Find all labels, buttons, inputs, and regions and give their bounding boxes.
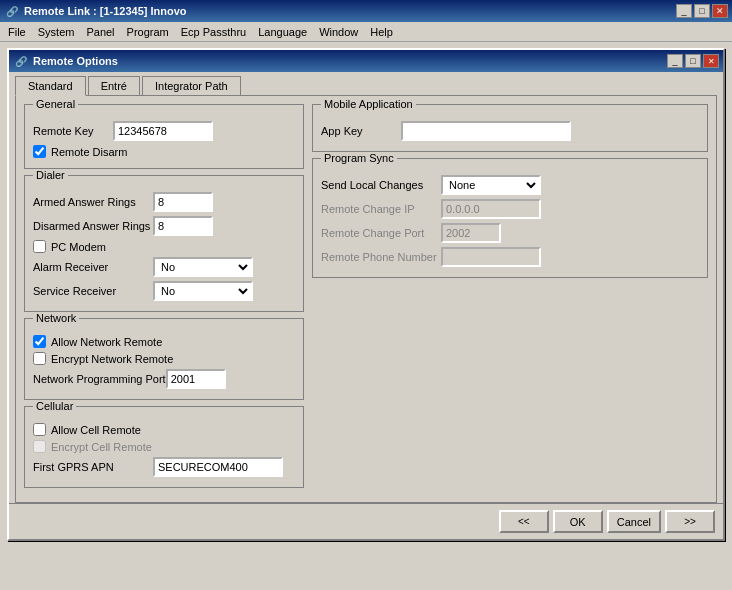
menu-ecp-passthru[interactable]: Ecp Passthru	[175, 24, 252, 40]
pc-modem-row: PC Modem	[33, 240, 295, 253]
prev-button[interactable]: <<	[499, 510, 549, 533]
alarm-receiver-select[interactable]: No Yes	[153, 257, 253, 277]
menu-window[interactable]: Window	[313, 24, 364, 40]
allow-cell-remote-label: Allow Cell Remote	[51, 424, 141, 436]
disarmed-answer-rings-input[interactable]	[153, 216, 213, 236]
allow-network-remote-label: Allow Network Remote	[51, 336, 162, 348]
general-content: Remote Key Remote Disarm	[33, 121, 295, 158]
allow-network-remote-row: Allow Network Remote	[33, 335, 295, 348]
title-bar-text: Remote Link : [1-12345] Innovo	[24, 5, 676, 17]
disarmed-answer-rings-label: Disarmed Answer Rings	[33, 220, 153, 232]
next-button[interactable]: >>	[665, 510, 715, 533]
menu-file[interactable]: File	[2, 24, 32, 40]
remote-phone-number-label: Remote Phone Number	[321, 251, 441, 263]
dialog-close-button[interactable]: ✕	[703, 54, 719, 68]
pc-modem-checkbox[interactable]	[33, 240, 46, 253]
program-sync-content: Send Local Changes None Always On Connec…	[321, 175, 699, 267]
allow-network-remote-checkbox[interactable]	[33, 335, 46, 348]
dialog-title: Remote Options	[33, 55, 667, 67]
mobile-application-content: App Key	[321, 121, 699, 141]
tab-content: General Remote Key Remote Disarm	[15, 95, 717, 503]
tab-entre[interactable]: Entré	[88, 76, 140, 95]
first-gprs-apn-input[interactable]	[153, 457, 283, 477]
tab-integrator-path[interactable]: Integrator Path	[142, 76, 241, 95]
menu-help[interactable]: Help	[364, 24, 399, 40]
dialog-maximize-button[interactable]: □	[685, 54, 701, 68]
network-legend: Network	[33, 312, 79, 324]
encrypt-network-remote-label: Encrypt Network Remote	[51, 353, 173, 365]
network-content: Allow Network Remote Encrypt Network Rem…	[33, 335, 295, 389]
remote-disarm-label: Remote Disarm	[51, 146, 127, 158]
app-key-label: App Key	[321, 125, 401, 137]
menu-bar: File System Panel Program Ecp Passthru L…	[0, 22, 732, 42]
remote-change-ip-label: Remote Change IP	[321, 203, 441, 215]
send-local-changes-row: Send Local Changes None Always On Connec…	[321, 175, 699, 195]
cellular-content: Allow Cell Remote Encrypt Cell Remote Fi…	[33, 423, 295, 477]
remote-change-ip-input[interactable]	[441, 199, 541, 219]
app-key-input[interactable]	[401, 121, 571, 141]
send-local-changes-select[interactable]: None Always On Connect	[441, 175, 541, 195]
cellular-legend: Cellular	[33, 400, 76, 412]
menu-language[interactable]: Language	[252, 24, 313, 40]
program-sync-group: Program Sync Send Local Changes None Alw…	[312, 158, 708, 278]
dialog-title-bar: 🔗 Remote Options _ □ ✕	[9, 50, 723, 72]
first-gprs-apn-label: First GPRS APN	[33, 461, 153, 473]
main-layout: General Remote Key Remote Disarm	[24, 104, 708, 494]
mobile-application-legend: Mobile Application	[321, 98, 416, 110]
service-receiver-row: Service Receiver No Yes	[33, 281, 295, 301]
menu-panel[interactable]: Panel	[80, 24, 120, 40]
menu-program[interactable]: Program	[121, 24, 175, 40]
title-bar: 🔗 Remote Link : [1-12345] Innovo _ □ ✕	[0, 0, 732, 22]
app-key-row: App Key	[321, 121, 699, 141]
remote-key-row: Remote Key	[33, 121, 295, 141]
close-button[interactable]: ✕	[712, 4, 728, 18]
allow-cell-remote-row: Allow Cell Remote	[33, 423, 295, 436]
armed-answer-rings-label: Armed Answer Rings	[33, 196, 153, 208]
service-receiver-label: Service Receiver	[33, 285, 153, 297]
title-bar-buttons: _ □ ✕	[676, 4, 728, 18]
armed-answer-rings-row: Armed Answer Rings	[33, 192, 295, 212]
network-programming-port-row: Network Programming Port	[33, 369, 295, 389]
network-group: Network Allow Network Remote Encrypt Net…	[24, 318, 304, 400]
network-programming-port-label: Network Programming Port	[33, 373, 166, 385]
encrypt-cell-remote-checkbox[interactable]	[33, 440, 46, 453]
program-sync-legend: Program Sync	[321, 152, 397, 164]
remote-change-port-row: Remote Change Port	[321, 223, 699, 243]
cancel-button[interactable]: Cancel	[607, 510, 661, 533]
remote-phone-number-row: Remote Phone Number	[321, 247, 699, 267]
dialer-legend: Dialer	[33, 169, 68, 181]
dialer-content: Armed Answer Rings Disarmed Answer Rings…	[33, 192, 295, 301]
general-legend: General	[33, 98, 78, 110]
tab-bar: Standard Entré Integrator Path	[9, 72, 723, 95]
alarm-receiver-label: Alarm Receiver	[33, 261, 153, 273]
armed-answer-rings-input[interactable]	[153, 192, 213, 212]
button-bar: << OK Cancel >>	[9, 503, 723, 539]
network-programming-port-input[interactable]	[166, 369, 226, 389]
service-receiver-select[interactable]: No Yes	[153, 281, 253, 301]
remote-phone-number-input[interactable]	[441, 247, 541, 267]
disarmed-answer-rings-row: Disarmed Answer Rings	[33, 216, 295, 236]
minimize-button[interactable]: _	[676, 4, 692, 18]
cellular-group: Cellular Allow Cell Remote Encrypt Cell …	[24, 406, 304, 488]
dialog-minimize-button[interactable]: _	[667, 54, 683, 68]
dialog-title-buttons: _ □ ✕	[667, 54, 719, 68]
right-column: Mobile Application App Key Program Sync …	[312, 104, 708, 494]
maximize-button[interactable]: □	[694, 4, 710, 18]
title-bar-icon: 🔗	[4, 3, 20, 19]
encrypt-network-remote-checkbox[interactable]	[33, 352, 46, 365]
remote-disarm-checkbox[interactable]	[33, 145, 46, 158]
dialer-group: Dialer Armed Answer Rings Disarmed Answe…	[24, 175, 304, 312]
tab-standard[interactable]: Standard	[15, 76, 86, 96]
send-local-changes-label: Send Local Changes	[321, 179, 441, 191]
remote-change-ip-row: Remote Change IP	[321, 199, 699, 219]
encrypt-cell-remote-row: Encrypt Cell Remote	[33, 440, 295, 453]
ok-button[interactable]: OK	[553, 510, 603, 533]
remote-key-label: Remote Key	[33, 125, 113, 137]
left-column: General Remote Key Remote Disarm	[24, 104, 304, 494]
allow-cell-remote-checkbox[interactable]	[33, 423, 46, 436]
mobile-application-group: Mobile Application App Key	[312, 104, 708, 152]
remote-key-input[interactable]	[113, 121, 213, 141]
encrypt-network-remote-row: Encrypt Network Remote	[33, 352, 295, 365]
menu-system[interactable]: System	[32, 24, 81, 40]
remote-change-port-input[interactable]	[441, 223, 501, 243]
